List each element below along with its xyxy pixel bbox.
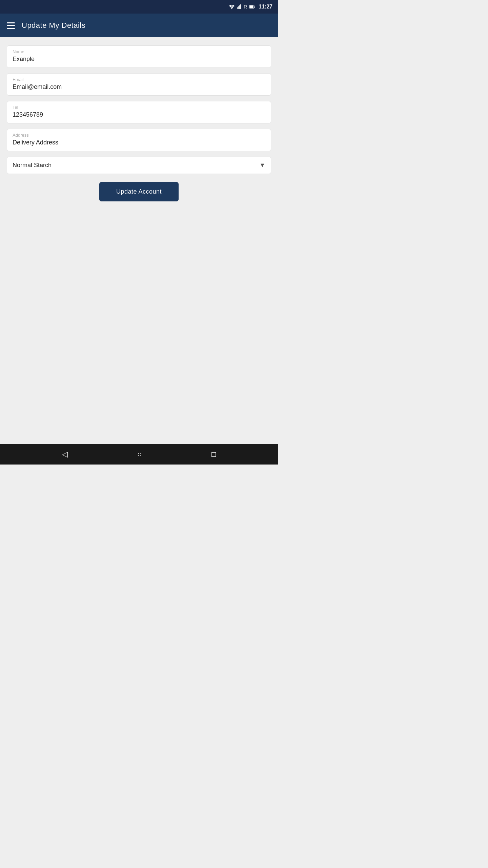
app-title: Update My Details xyxy=(22,21,85,30)
menu-button[interactable] xyxy=(7,22,15,29)
email-value: Email@email.com xyxy=(13,83,265,91)
recent-nav-icon[interactable]: □ xyxy=(211,450,216,459)
name-field-container[interactable]: Name Exanple xyxy=(7,45,271,68)
address-label: Address xyxy=(13,133,265,138)
address-value: Delivery Address xyxy=(13,139,265,146)
signal-icon xyxy=(237,4,242,9)
tel-label: Tel xyxy=(13,105,265,110)
svg-rect-1 xyxy=(237,7,238,9)
main-content: Name Exanple Email Email@email.com Tel 1… xyxy=(0,37,278,444)
roaming-indicator: R xyxy=(244,4,247,9)
status-bar: R 11:27 xyxy=(0,0,278,14)
app-bar: Update My Details xyxy=(0,14,278,37)
starch-dropdown[interactable]: Normal Starch ▼ xyxy=(7,157,271,174)
button-container: Update Account xyxy=(7,182,271,201)
tel-field-container[interactable]: Tel 123456789 xyxy=(7,101,271,123)
email-label: Email xyxy=(13,77,265,82)
wifi-icon xyxy=(229,4,235,9)
svg-rect-4 xyxy=(240,4,241,9)
nav-bar: ◁ ○ □ xyxy=(0,444,278,465)
chevron-down-icon: ▼ xyxy=(259,162,265,169)
svg-rect-6 xyxy=(250,5,253,8)
back-nav-icon[interactable]: ◁ xyxy=(62,450,68,459)
dropdown-value: Normal Starch xyxy=(13,162,52,169)
status-icons: R 11:27 xyxy=(229,4,272,10)
tel-value: 123456789 xyxy=(13,111,265,118)
email-field-container[interactable]: Email Email@email.com xyxy=(7,73,271,96)
update-account-button[interactable]: Update Account xyxy=(99,182,179,201)
battery-icon xyxy=(249,5,255,9)
name-label: Name xyxy=(13,49,265,54)
address-field-container[interactable]: Address Delivery Address xyxy=(7,129,271,151)
name-value: Exanple xyxy=(13,56,265,63)
svg-rect-2 xyxy=(238,6,239,9)
home-nav-icon[interactable]: ○ xyxy=(137,450,142,459)
status-time: 11:27 xyxy=(259,4,272,10)
svg-point-0 xyxy=(231,8,232,9)
svg-rect-3 xyxy=(239,5,240,9)
